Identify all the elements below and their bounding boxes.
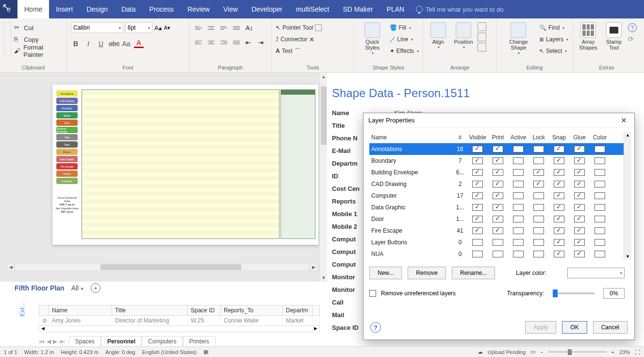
all-pages-button[interactable]: All ▲	[71, 284, 84, 292]
checkbox[interactable]	[594, 227, 605, 234]
align-center-button[interactable]	[206, 37, 216, 48]
zoom-out-button[interactable]: −	[540, 349, 543, 355]
table-scroll-right-icon[interactable]: ▶	[312, 326, 319, 332]
rename-layer-button[interactable]: Rename...	[452, 267, 495, 279]
checkbox[interactable]	[513, 146, 524, 153]
tab-process[interactable]: Process	[143, 0, 181, 18]
checkbox[interactable]	[533, 157, 544, 164]
apply-button[interactable]: Apply	[525, 321, 556, 334]
font-size-select[interactable]: 6pt▾	[125, 22, 152, 33]
checkbox[interactable]	[594, 181, 605, 187]
checkbox[interactable]	[533, 227, 544, 234]
checkbox[interactable]	[513, 251, 524, 257]
checkbox[interactable]	[574, 204, 585, 211]
layer-row[interactable]: Data Graphic1...	[369, 202, 624, 213]
checkbox[interactable]	[533, 181, 544, 187]
zoom-slider[interactable]	[548, 351, 607, 353]
change-shape-button[interactable]: Change Shape▾	[501, 20, 536, 58]
checkbox[interactable]	[533, 169, 544, 176]
scroll-down-icon[interactable]: ▼	[320, 274, 328, 282]
align-top-button[interactable]	[193, 22, 204, 33]
sheet-next-icon[interactable]: ▶	[53, 338, 57, 345]
checkbox[interactable]	[554, 227, 564, 234]
checkbox[interactable]	[472, 251, 483, 257]
position-button[interactable]: Position▾	[452, 20, 475, 52]
layer-color-select[interactable]: ▾	[567, 268, 625, 278]
checkbox[interactable]	[533, 192, 544, 199]
col-spaceid[interactable]: Space ID	[188, 306, 221, 315]
ok-button[interactable]: OK	[562, 321, 587, 334]
strike-button[interactable]: abc	[109, 40, 118, 48]
checkbox[interactable]	[472, 146, 483, 153]
layer-row[interactable]: Computer17	[369, 190, 624, 202]
presentation-icon[interactable]: ▭	[530, 349, 535, 355]
layer-row[interactable]: Door1...	[369, 213, 624, 225]
checkbox[interactable]	[472, 157, 483, 164]
checkbox[interactable]	[513, 239, 524, 246]
checkbox[interactable]	[493, 181, 503, 187]
checkbox[interactable]	[594, 204, 605, 211]
font-name-select[interactable]: Calibri▾	[71, 22, 123, 33]
bring-front-icon[interactable]	[478, 22, 486, 31]
x-icon[interactable]: ✕	[309, 36, 314, 43]
fill-button[interactable]: 🪣Fill▾	[390, 22, 419, 33]
tab-plan[interactable]: PLAN	[380, 0, 412, 18]
tab-view[interactable]: View	[216, 0, 245, 18]
layer-row[interactable]: Building Envelope6...	[369, 167, 624, 178]
layer-row[interactable]: Fire Escape41	[369, 225, 624, 237]
checkbox[interactable]	[493, 227, 503, 234]
font-color-button[interactable]: A	[134, 39, 144, 48]
checkbox[interactable]	[574, 227, 585, 234]
cut-button[interactable]: ✂Cut	[14, 22, 63, 33]
upload-status[interactable]: Upload Pending	[488, 349, 526, 355]
checkbox[interactable]	[554, 146, 564, 153]
connector-tool-button[interactable]: ⤴Connector✕	[276, 34, 314, 45]
italic-button[interactable]: I	[83, 40, 93, 48]
layer-row[interactable]: NUA0	[369, 248, 624, 260]
zoom-in-button[interactable]: +	[611, 349, 614, 355]
checkbox[interactable]	[574, 251, 585, 257]
sheet-last-icon[interactable]: ⏭	[59, 338, 65, 345]
checkbox[interactable]	[594, 169, 605, 176]
checkbox[interactable]	[472, 169, 483, 176]
help-button[interactable]: ?	[370, 322, 381, 333]
sheet-prev-icon[interactable]: ◀	[47, 338, 51, 345]
page-name[interactable]: Fifth Floor Plan	[15, 284, 65, 292]
scroll-left-icon[interactable]: ◀	[7, 263, 15, 271]
fit-page-icon[interactable]: ⛶	[635, 349, 640, 355]
pointer-tool-button[interactable]: ↖Pointer Tool	[276, 22, 322, 33]
sheet-printers[interactable]: Printers	[183, 336, 215, 346]
checkbox[interactable]	[493, 251, 503, 257]
checkbox[interactable]	[493, 157, 503, 164]
transparency-slider[interactable]	[553, 292, 594, 294]
justify-button[interactable]	[231, 37, 242, 48]
checkbox[interactable]	[493, 216, 503, 222]
scroll-up-icon[interactable]: ▲	[320, 73, 328, 81]
checkbox[interactable]	[554, 192, 564, 199]
scroll-right-icon[interactable]: ▶	[310, 263, 317, 271]
tab-data[interactable]: Data	[115, 0, 143, 18]
tab-sdmaker[interactable]: SD Maker	[336, 0, 380, 18]
remove-layer-button[interactable]: Remove	[408, 267, 446, 279]
close-button[interactable]: ✕	[618, 115, 629, 126]
checkbox[interactable]	[513, 169, 524, 176]
checkbox[interactable]	[533, 239, 544, 246]
help-icon[interactable]: ?	[628, 23, 637, 32]
transparency-value[interactable]: 0%	[603, 288, 625, 299]
checkbox[interactable]	[554, 216, 564, 222]
indent-inc-button[interactable]: ⇥	[256, 37, 267, 48]
checkbox[interactable]	[513, 204, 524, 211]
vscroll-thumb[interactable]	[321, 86, 327, 145]
layer-row[interactable]: Boundary7	[369, 155, 624, 167]
checkbox[interactable]	[533, 216, 544, 222]
stamp-tool-button[interactable]: Stamp Tool	[603, 20, 625, 52]
checkbox[interactable]	[493, 204, 503, 211]
arc-icon[interactable]: ⌒	[295, 47, 300, 55]
col-dept[interactable]: Departm	[283, 306, 313, 315]
col-reports[interactable]: Reports_To	[221, 306, 283, 315]
case-button[interactable]: Aa	[121, 40, 131, 48]
align-left-button[interactable]	[193, 37, 204, 48]
checkbox[interactable]	[513, 227, 524, 234]
indent-dec-button[interactable]: ⇤	[244, 37, 254, 48]
layer-row[interactable]: CAD Drawing2	[369, 178, 624, 190]
